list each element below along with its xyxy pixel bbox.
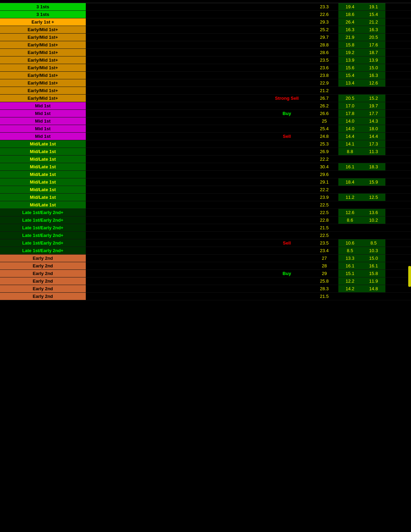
pos-cell <box>216 186 238 194</box>
xfp-cell: 11.3 <box>362 148 385 156</box>
team-cell <box>238 216 263 224</box>
name-cell <box>109 11 216 18</box>
xfp-cell: 14.8 <box>362 285 385 293</box>
name-cell <box>109 293 216 300</box>
xfp-cell <box>362 186 385 194</box>
buysell-cell <box>263 11 310 18</box>
games-cell <box>385 64 411 72</box>
name-cell <box>109 110 216 117</box>
rank-cell <box>86 140 109 148</box>
rank-cell <box>86 72 109 79</box>
games-cell <box>385 171 411 178</box>
ppg-cell <box>338 87 362 95</box>
age-cell: 29 <box>310 270 338 277</box>
ppg-cell: 15.8 <box>338 41 362 49</box>
rank-cell <box>86 209 109 216</box>
buysell-cell <box>263 255 310 262</box>
age-cell: 28.6 <box>310 49 338 56</box>
rank-cell <box>86 247 109 255</box>
name-cell <box>109 186 216 194</box>
buysell-cell <box>263 186 310 194</box>
rank-cell <box>86 178 109 186</box>
age-cell: 28.3 <box>310 285 338 293</box>
pos-cell <box>216 34 238 41</box>
name-cell <box>109 117 216 125</box>
buysell-cell <box>263 87 310 95</box>
xfp-cell: 10.3 <box>362 247 385 255</box>
pos-cell <box>216 224 238 232</box>
xfp-cell: 21.2 <box>362 18 385 26</box>
age-cell: 25.2 <box>310 26 338 34</box>
games-cell <box>385 18 411 26</box>
tier-cell: Mid/Late 1st <box>0 201 86 209</box>
table-row: Mid 1stSell24.814.414.4 <box>0 133 411 140</box>
age-cell: 26.7 <box>310 95 338 102</box>
age-cell: 22.6 <box>310 11 338 18</box>
scrollbar-thumb[interactable] <box>408 266 411 287</box>
team-cell <box>238 79 263 87</box>
xfp-cell: 8.5 <box>362 239 385 247</box>
age-cell: 22.9 <box>310 79 338 87</box>
name-cell <box>109 79 216 87</box>
table-row: Late 1st/Early 2nd+23.48.510.3 <box>0 247 411 255</box>
team-cell <box>238 255 263 262</box>
games-cell <box>385 11 411 18</box>
xfp-cell: 15.0 <box>362 255 385 262</box>
name-cell <box>109 163 216 171</box>
age-cell: 22.8 <box>310 216 338 224</box>
tier-cell: Early/Mid 1st+ <box>0 95 86 102</box>
xfp-cell: 15.0 <box>362 64 385 72</box>
name-cell <box>109 18 216 26</box>
age-cell: 26.2 <box>310 102 338 110</box>
games-cell <box>385 277 411 285</box>
age-cell: 29.3 <box>310 18 338 26</box>
tier-cell: Early 2nd <box>0 262 86 270</box>
buysell-cell: Strong Sell <box>263 95 310 102</box>
tier-cell: Mid/Late 1st <box>0 171 86 178</box>
name-cell <box>109 56 216 64</box>
table-row: Mid 1st25.414.018.0 <box>0 125 411 133</box>
name-cell <box>109 262 216 270</box>
table-row: Mid/Late 1st29.6 <box>0 171 411 178</box>
name-cell <box>109 41 216 49</box>
rank-cell <box>86 95 109 102</box>
ppg-cell: 14.2 <box>338 285 362 293</box>
table-row: Mid/Late 1st25.314.117.3 <box>0 140 411 148</box>
tier-cell: Early/Mid 1st+ <box>0 56 86 64</box>
pos-cell <box>216 64 238 72</box>
games-cell <box>385 87 411 95</box>
xfp-cell: 16.3 <box>362 26 385 34</box>
team-cell <box>238 239 263 247</box>
xfp-cell: 15.2 <box>362 95 385 102</box>
games-cell <box>385 117 411 125</box>
table-row: Early/Mid 1st+28.619.218.7 <box>0 49 411 56</box>
tier-cell: Early/Mid 1st+ <box>0 34 86 41</box>
table-row: Early/Mid 1st+29.721.920.5 <box>0 34 411 41</box>
ppg-cell <box>338 186 362 194</box>
name-cell <box>109 171 216 178</box>
team-cell <box>238 49 263 56</box>
age-cell: 25 <box>310 117 338 125</box>
tier-cell: 3 1sts <box>0 11 86 18</box>
team-cell <box>238 117 263 125</box>
col-xfp <box>362 0 385 3</box>
age-cell: 29.7 <box>310 34 338 41</box>
ppg-cell <box>338 156 362 163</box>
ppg-cell: 13.9 <box>338 56 362 64</box>
trade-value-table: 3 1sts23.319.419.13 1sts22.618.615.4Earl… <box>0 0 411 300</box>
ppg-cell: 20.5 <box>338 95 362 102</box>
xfp-cell <box>362 87 385 95</box>
ppg-cell <box>338 293 362 300</box>
table-row: Early/Mid 1st+22.913.412.6 <box>0 79 411 87</box>
table-row: Late 1st/Early 2nd+Sell23.510.68.5 <box>0 239 411 247</box>
buysell-cell <box>263 148 310 156</box>
games-cell <box>385 3 411 11</box>
name-cell <box>109 125 216 133</box>
ppg-cell: 8.6 <box>338 216 362 224</box>
ppg-cell: 14.0 <box>338 117 362 125</box>
team-cell <box>238 262 263 270</box>
games-cell <box>385 110 411 117</box>
age-cell: 27 <box>310 255 338 262</box>
pos-cell <box>216 79 238 87</box>
buysell-cell <box>263 79 310 87</box>
